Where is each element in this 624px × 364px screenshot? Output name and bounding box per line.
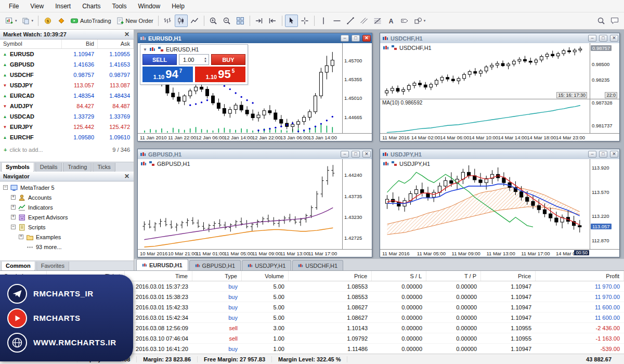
chart-tab-gbpusd-h1[interactable]: GBPUSD,H1 [189,260,241,270]
market-watch-row[interactable]: ▲USDCHF0.987570.98797 [0,70,134,80]
expand-icon[interactable]: + [11,215,16,219]
chart-tab-usdchf-h1[interactable]: USDCHF,H1 [292,260,343,270]
minimize-icon[interactable]: – [341,35,349,42]
chart-title-bar[interactable]: GBPUSD,H1 – □ ✕ [138,149,372,159]
candle-chart-icon[interactable] [175,15,188,27]
zoom-out-icon[interactable] [220,15,233,27]
close-icon[interactable]: ✕ [123,173,131,179]
expand-icon[interactable]: + [19,235,23,239]
menu-window[interactable]: Window [133,1,166,12]
close-icon[interactable]: ✕ [610,35,618,42]
horizontal-line-icon[interactable] [331,15,344,27]
tree-item-93-more-[interactable]: 93 more... [0,242,134,252]
tab-symbols[interactable]: Symbols [1,163,34,172]
column-header-ask[interactable]: Ask [98,40,134,48]
expand-icon[interactable]: + [11,195,16,200]
label-icon[interactable] [398,15,411,27]
expand-icon[interactable]: + [11,205,16,210]
chart-pane[interactable]: 0.9873280.981737MA(10) 0.986592 [380,99,619,133]
menu-view[interactable]: View [24,1,49,12]
sell-button[interactable]: SELL [142,54,177,65]
chart-canvas[interactable]: 113.920113.570113.220112.870113.057 [380,159,619,249]
menu-help[interactable]: Help [166,1,190,12]
shift-end-icon[interactable] [253,15,266,27]
tree-item-indicators[interactable]: +Indicators [0,202,134,212]
chart-window-eurusd[interactable]: EURUSD,H1 – □ ✕ ▼ EURUSD,H1 SE [137,33,372,141]
terminal-column-tp[interactable]: T / P [426,271,481,281]
market-watch-column-header[interactable]: SymbolBidAsk [0,40,134,49]
terminal-column-profit[interactable]: Profit [536,271,624,281]
collapse-icon[interactable]: − [11,225,16,229]
terminal-column-volume[interactable]: Volume [242,271,289,281]
chart-pane[interactable]: 0.985000.982350.9875715: 16: 17:3022:0 [380,43,619,99]
chart-tab-usdjpy-h1[interactable]: USDJPY,H1 [242,260,291,270]
market-watch-row[interactable]: ▼USDJPY113.057113.087 [0,80,134,90]
chart-canvas[interactable]: 0.985000.982350.9875715: 16: 17:3022:00.… [380,43,619,133]
sell-price-button[interactable]: 1.10 94 7 [142,67,193,82]
close-icon[interactable]: ✕ [362,35,371,42]
menu-charts[interactable]: Charts [76,1,106,12]
new-order-icon[interactable]: New Order [114,15,155,27]
chart-title-bar[interactable]: USDCHF,H1 – □ ✕ [380,33,619,43]
chart-pane[interactable]: 113.920113.570113.220112.870113.057 [380,159,619,249]
market-watch-row[interactable]: ▲EURCAD1.483541.48434 [0,90,134,101]
autotrading-icon[interactable]: AutoTrading [68,15,113,27]
volume-stepper-icons[interactable]: ▲▼ [204,57,207,63]
tree-item-expert-advisors[interactable]: +Expert Advisors [0,212,134,222]
new-chart-icon[interactable]: ▾ [3,15,19,27]
minimize-icon[interactable]: – [588,151,596,158]
quotes-icon[interactable]: $ [41,15,54,27]
crosshair-icon[interactable] [298,15,311,27]
market-watch-row[interactable]: ▲EURUSD1.109471.10955 [0,49,134,59]
column-header-bid[interactable]: Bid [62,40,98,48]
market-watch-row[interactable]: ▲GBPUSD1.416361.41653 [0,59,134,70]
collapse-icon[interactable]: − [3,185,8,190]
shapes-icon[interactable]: ▾ [412,15,428,27]
market-watch-row[interactable]: ▲USDCAD1.337291.33769 [0,111,134,122]
tab-common[interactable]: Common [1,262,35,271]
search-icon[interactable] [594,15,607,27]
minimize-icon[interactable]: – [341,151,349,158]
tree-item-examples[interactable]: +Examples [0,232,134,242]
restore-icon[interactable]: □ [599,35,607,42]
chat-icon[interactable] [608,15,621,27]
chart-pane[interactable]: 1.442401.437351.432301.42725 [138,159,372,249]
profiles-icon[interactable]: ▾ [20,15,36,27]
line-chart-icon[interactable] [188,15,201,27]
chart-window-usdchf[interactable]: USDCHF,H1 – □ ✕ USDCHF,H1 0.985000.98235… [380,33,620,141]
cursor-icon[interactable] [285,15,298,27]
algo-icon[interactable] [55,15,68,27]
tab-favorites[interactable]: Favorites [36,262,69,271]
chart-canvas[interactable]: 1.442401.437351.432301.42725 [138,159,372,249]
close-icon[interactable]: ✕ [123,31,131,37]
minimize-icon[interactable]: – [588,35,596,42]
terminal-column-price[interactable]: Price [481,271,536,281]
restore-icon[interactable]: □ [599,151,607,158]
restore-icon[interactable]: □ [352,35,360,42]
collapse-icon[interactable]: ▼ [143,47,147,52]
market-watch-row[interactable]: ▲EURCHF1.095801.09610 [0,132,134,142]
vertical-line-icon[interactable] [317,15,330,27]
tab-details[interactable]: Details [35,163,62,172]
chart-window-gbpusd[interactable]: GBPUSD,H1 – □ ✕ GBPUSD,H1 1.442401.43735… [137,149,372,257]
fibonacci-icon[interactable] [371,15,384,27]
tree-item-accounts[interactable]: +Accounts [0,192,134,202]
terminal-column-sl[interactable]: S / L [372,271,426,281]
buy-price-button[interactable]: 1.10 95 5 [195,67,245,82]
menu-file[interactable]: File [3,1,24,12]
terminal-column-price[interactable]: Price [289,271,372,281]
market-watch-row[interactable]: ▼EURJPY125.442125.472 [0,122,134,132]
tree-item-scripts[interactable]: −Scripts [0,222,134,232]
terminal-column-time[interactable]: Time [125,271,192,281]
restore-icon[interactable]: □ [352,151,360,158]
zoom-in-icon[interactable] [207,15,220,27]
click-to-add-row[interactable]: + click to add... 9 / 346 [0,145,134,154]
menu-tools[interactable]: Tools [107,1,133,12]
terminal-column-type[interactable]: Type [192,271,242,281]
trendline-icon[interactable] [344,15,357,27]
shift-begin-icon[interactable] [266,15,279,27]
chart-window-usdjpy[interactable]: USDJPY,H1 – □ ✕ USDJPY,H1 113.920113.570… [380,149,620,257]
close-icon[interactable]: ✕ [362,151,371,158]
trade-panel-header[interactable]: ▼ EURUSD,H1 [140,45,248,54]
chart-tab-eurusd-h1[interactable]: EURUSD,H1 [136,259,188,270]
